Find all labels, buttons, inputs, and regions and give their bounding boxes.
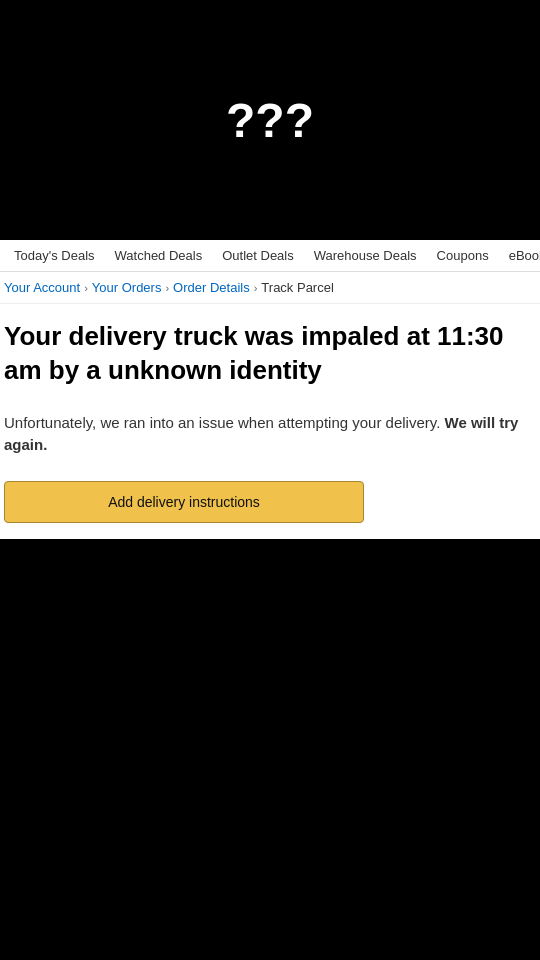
nav-item-ebook-deals[interactable]: eBook Deals <box>499 240 540 271</box>
delivery-description: Unfortunately, we ran into an issue when… <box>4 412 536 457</box>
nav-item-watched-deals[interactable]: Watched Deals <box>105 240 213 271</box>
content-area: Today's Deals Watched Deals Outlet Deals… <box>0 240 540 539</box>
delivery-heading: Your delivery truck was impaled at 11:30… <box>4 320 536 388</box>
question-marks: ??? <box>226 93 314 148</box>
breadcrumb-sep-3: › <box>254 282 258 294</box>
breadcrumb-sep-1: › <box>84 282 88 294</box>
breadcrumb-order-details[interactable]: Order Details <box>173 280 250 295</box>
breadcrumb-sep-2: › <box>165 282 169 294</box>
nav-item-warehouse-deals[interactable]: Warehouse Deals <box>304 240 427 271</box>
main-content: Your delivery truck was impaled at 11:30… <box>0 304 540 539</box>
breadcrumb: Your Account › Your Orders › Order Detai… <box>0 272 540 304</box>
breadcrumb-your-orders[interactable]: Your Orders <box>92 280 162 295</box>
nav-item-todays-deals[interactable]: Today's Deals <box>4 240 105 271</box>
add-delivery-instructions-button[interactable]: Add delivery instructions <box>4 481 364 523</box>
breadcrumb-track-parcel: Track Parcel <box>261 280 333 295</box>
nav-item-outlet-deals[interactable]: Outlet Deals <box>212 240 304 271</box>
nav-bar: Today's Deals Watched Deals Outlet Deals… <box>0 240 540 272</box>
bottom-black-area <box>0 539 540 829</box>
delivery-description-normal: Unfortunately, we ran into an issue when… <box>4 414 445 431</box>
top-black-area: ??? <box>0 0 540 240</box>
nav-item-coupons[interactable]: Coupons <box>427 240 499 271</box>
breadcrumb-your-account[interactable]: Your Account <box>4 280 80 295</box>
nav-bar-inner: Today's Deals Watched Deals Outlet Deals… <box>4 240 536 271</box>
